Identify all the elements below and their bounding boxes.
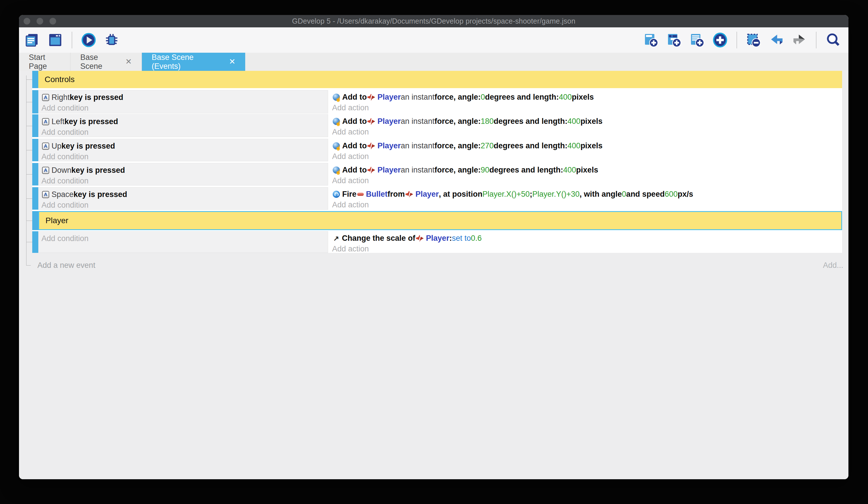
add-action-link[interactable]: Add action [332,102,842,113]
event-color-bar [32,90,38,113]
keyboard-key-icon [42,94,49,101]
preview-play-icon[interactable] [80,32,97,48]
add-event-icon[interactable] [643,32,659,48]
add-choose-icon[interactable] [712,32,728,48]
group-title: Player [38,211,842,230]
condition-sentence[interactable]: Down key is pressed [41,165,328,176]
tab-base-scene-events[interactable]: Base Scene (Events) ✕ [142,53,245,71]
undo-icon[interactable] [768,32,785,48]
fire-icon [333,191,340,198]
tree-tick [26,242,32,242]
tab-label: Base Scene (Events) [152,53,221,71]
action-sentence[interactable]: Change the scale of Player: set to 0.6 [332,233,842,244]
toolbar-separator [736,32,737,48]
add-condition-link[interactable]: Add condition [41,233,328,244]
window-title: GDevelop 5 - /Users/dkarakay/Documents/G… [292,17,576,26]
tree-tick [26,126,32,126]
tree-tick [26,265,31,265]
search-icon[interactable] [825,32,841,48]
add-more-link[interactable]: Add... [823,261,843,270]
condition-sentence[interactable]: Right key is pressed [41,92,328,103]
player-icon [416,235,424,242]
add-action-link[interactable]: Add action [332,127,842,137]
keyboard-key-icon [42,143,49,150]
close-icon[interactable]: ✕ [125,58,132,65]
add-condition-link[interactable]: Add condition [41,176,328,187]
toolbar [19,27,848,53]
force-icon [333,94,340,101]
force-icon [333,118,340,125]
tree-tick [26,102,32,102]
add-action-link[interactable]: Add action [332,151,842,162]
keyboard-key-icon [42,191,49,198]
event-row[interactable]: Right key is pressed Add condition Add t… [32,90,842,113]
add-condition-link[interactable]: Add condition [41,103,328,113]
event-color-bar [32,71,38,88]
tree-tick [26,221,32,221]
player-icon [367,118,375,125]
toolbar-separator [72,32,72,48]
player-icon [367,167,375,174]
scene-editor-icon[interactable] [47,32,64,48]
event-color-bar [32,114,38,137]
event-row[interactable]: Up key is pressed Add condition Add to P… [32,139,842,161]
condition-sentence[interactable]: Up key is pressed [41,141,328,151]
event-color-bar [32,211,38,230]
add-subevent-icon[interactable] [666,32,682,48]
zoom-window-button[interactable] [50,18,56,24]
event-group-controls[interactable]: Controls [32,71,842,88]
action-sentence[interactable]: Add to Player an instant force, angle: 1… [332,116,842,127]
tab-label: Start Page [29,53,60,71]
event-color-bar [32,187,38,210]
events-panel: Controls Right key is pressed Add condit… [19,71,848,479]
event-color-bar [32,163,38,185]
scale-icon [333,235,340,242]
tab-base-scene[interactable]: Base Scene ✕ [71,53,142,71]
player-icon [367,143,375,150]
event-group-player[interactable]: Player [32,211,842,230]
action-sentence[interactable]: Add to Player an instant force, angle: 9… [332,165,842,175]
player-icon [405,191,413,198]
tab-start-page[interactable]: Start Page [19,53,71,71]
gdevelop-window: GDevelop 5 - /Users/dkarakay/Documents/G… [19,15,848,479]
add-condition-link[interactable]: Add condition [41,200,328,211]
action-sentence[interactable]: Add to Player an instant force, angle: 0… [332,92,842,102]
player-icon [367,94,375,101]
traffic-lights [24,18,56,24]
event-color-bar [32,139,38,161]
add-condition-link[interactable]: Add condition [41,151,328,162]
bullet-icon [357,193,364,196]
title-bar: GDevelop 5 - /Users/dkarakay/Documents/G… [19,15,848,27]
project-manager-icon[interactable] [24,32,41,48]
close-window-button[interactable] [24,18,30,24]
debug-bug-icon[interactable] [103,32,120,48]
condition-sentence[interactable]: Left key is pressed [41,117,328,127]
delete-event-icon[interactable] [745,32,762,48]
redo-icon[interactable] [791,32,808,48]
minimize-window-button[interactable] [37,18,43,24]
tree-line [26,75,27,265]
add-action-link[interactable]: Add action [332,244,842,254]
tree-tick [26,150,32,150]
add-action-link[interactable]: Add action [332,175,842,186]
action-sentence[interactable]: Add to Player an instant force, angle: 2… [332,141,842,151]
event-row[interactable]: Space key is pressed Add condition Fire … [32,187,842,210]
tab-label: Base Scene [80,53,118,71]
event-color-bar [32,231,38,253]
event-row[interactable]: Left key is pressed Add condition Add to… [32,114,842,137]
add-action-link[interactable]: Add action [332,200,842,210]
action-sentence[interactable]: Fire Bullet from Player, at position Pla… [332,189,842,200]
force-icon [333,142,340,150]
keyboard-key-icon [42,167,49,174]
add-new-event-link[interactable]: Add a new event [38,261,95,270]
tree-tick [26,174,32,174]
add-condition-link[interactable]: Add condition [41,127,328,138]
add-comment-icon[interactable] [689,32,705,48]
tab-bar: Start Page Base Scene ✕ Base Scene (Even… [19,53,848,71]
event-row[interactable]: Down key is pressed Add condition Add to… [32,163,842,185]
condition-sentence[interactable]: Space key is pressed [41,189,328,200]
close-icon[interactable]: ✕ [229,58,235,65]
event-row[interactable]: Add condition Change the scale of Player… [32,231,842,253]
force-icon [333,167,340,174]
keyboard-key-icon [42,118,49,125]
